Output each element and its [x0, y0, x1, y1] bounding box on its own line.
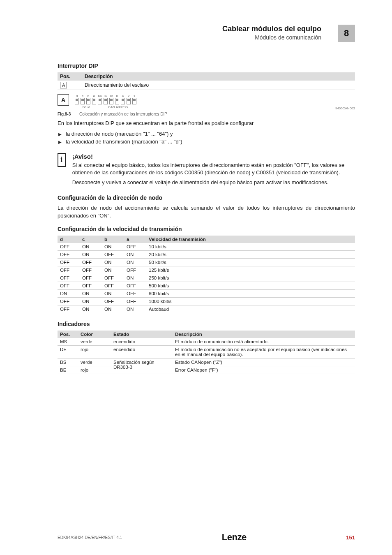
page-footer: EDK94ASH24 DE/EN/FR/ES/IT 4.1 Lenze 151 — [58, 532, 355, 543]
baud-row: OFFOFFOFFON250 kbit/s — [58, 274, 355, 282]
aviso-p1: Si al conectar el equipo básico, todos l… — [72, 162, 355, 176]
baud-row: OFFOFFONOFF125 kbit/s — [58, 266, 355, 274]
dip-switch-drawing: d c b a 64 32 16 8 4 2 1 Baud CAN Addres… — [75, 94, 138, 109]
ind-th: Estado — [111, 331, 173, 338]
baud-cell: OFF — [58, 259, 80, 266]
baud-th: a — [124, 236, 146, 243]
baud-cell: OFF — [124, 298, 146, 305]
baud-row: OFFONONOFF10 kbit/s — [58, 243, 355, 251]
baud-row: OFFOFFOFFOFF500 kbit/s — [58, 282, 355, 290]
baud-th: b — [102, 236, 124, 243]
ind-estado: encendido — [111, 346, 173, 358]
bullet-2: la velocidad de transmisión (marcación "… — [58, 139, 355, 145]
baud-cell: OFF — [80, 266, 102, 274]
ind-desc: Error CANopen ("F") — [173, 366, 355, 374]
dip-intro: En los interruptores DIP que se encuentr… — [58, 120, 355, 127]
baud-cell: ON — [102, 305, 124, 313]
ind-th: Color — [78, 331, 111, 338]
baud-cell: 800 kbit/s — [146, 290, 355, 298]
baud-cell: ON — [58, 290, 80, 298]
baud-cell: ON — [102, 259, 124, 266]
baud-cell: OFF — [124, 290, 146, 298]
th-desc: Descripción — [82, 72, 355, 81]
baud-cell: 50 kbit/s — [146, 259, 355, 266]
baud-cell: ON — [124, 259, 146, 266]
baud-cell: ON — [102, 290, 124, 298]
fig-text: Colocación y marcación de los interrupto… — [79, 112, 167, 116]
baud-row: OFFOFFONON50 kbit/s — [58, 259, 355, 266]
footer-doc-id: EDK94ASH24 DE/EN/FR/ES/IT 4.1 — [58, 535, 122, 540]
baud-cell: OFF — [80, 259, 102, 266]
ind-color: rojo — [78, 366, 111, 374]
td-desc: Direccionamiento del esclavo — [82, 81, 355, 90]
ind-desc: El módulo de comunicación está alimentad… — [173, 338, 355, 346]
baud-cell: OFF — [80, 282, 102, 290]
baud-cell: OFF — [102, 274, 124, 282]
figure-caption: Fig.8-3 Colocación y marcación de los in… — [58, 112, 355, 116]
chapter-number-badge: 8 — [338, 25, 355, 42]
baud-cell: OFF — [102, 282, 124, 290]
ind-th: Descripción — [173, 331, 355, 338]
ind-th: Pos. — [58, 331, 78, 338]
baud-cell: OFF — [124, 243, 146, 251]
header-text-block: Cablear módulos del equipo Módulos de co… — [222, 25, 321, 41]
baud-cell: 125 kbit/s — [146, 266, 355, 274]
dip-top-labels: d c b a 64 32 16 8 4 2 1 — [75, 94, 138, 98]
baud-cell: ON — [80, 290, 102, 298]
ind-color: verde — [78, 338, 111, 346]
baud-cell: OFF — [80, 274, 102, 282]
th-pos: Pos. — [58, 72, 82, 81]
ind-row: DErojoencendidoEl módulo de comunicación… — [58, 346, 355, 358]
baud-cell: Autobaud — [146, 305, 355, 313]
aviso-p2: Desconecte y vuelva a conectar el voltaj… — [72, 179, 355, 186]
dip-pos-table: Pos. Descripción A Direccionamiento del … — [58, 72, 355, 90]
dip-box-label: A — [58, 94, 69, 106]
baud-cell: OFF — [58, 274, 80, 282]
baud-cell: OFF — [124, 282, 146, 290]
baud-cell: OFF — [124, 266, 146, 274]
baud-cell: OFF — [58, 266, 80, 274]
ind-color: verde — [78, 358, 111, 366]
baud-cell: 250 kbit/s — [146, 274, 355, 282]
config-nodo-heading: Configuración de la dirección de nodo — [58, 194, 355, 201]
baud-cell: 20 kbit/s — [146, 251, 355, 259]
footer-logo: Lenze — [222, 532, 247, 543]
ind-color: rojo — [78, 346, 111, 358]
td-pos: A — [58, 81, 82, 90]
baud-cell: ON — [80, 243, 102, 251]
dip-bullets: la dirección de nodo (marcación "1" ... … — [58, 131, 355, 145]
baud-th: Velocidad de transmisión — [146, 236, 355, 243]
ind-pos: DE — [58, 346, 78, 358]
baud-cell: 10 kbit/s — [146, 243, 355, 251]
ind-row: MSverdeencendidoEl módulo de comunicació… — [58, 338, 355, 346]
baud-cell: ON — [102, 243, 124, 251]
baud-row: OFFONOFFOFF1000 kbit/s — [58, 298, 355, 305]
pos-letter: A — [60, 82, 67, 88]
baud-row: ONONONOFF800 kbit/s — [58, 290, 355, 298]
dip-bottom-labels: Baud CAN Address — [75, 105, 138, 109]
baud-th: d — [58, 236, 80, 243]
ind-pos: BE — [58, 366, 78, 374]
baud-cell: OFF — [102, 251, 124, 259]
baud-cell: ON — [80, 305, 102, 313]
fig-label: Fig.8-3 — [58, 112, 71, 116]
baud-cell: ON — [124, 274, 146, 282]
aviso-note: ¡Aviso! Si al conectar el equipo básico,… — [58, 153, 355, 189]
baud-cell: OFF — [102, 298, 124, 305]
page-header: Cablear módulos del equipo Módulos de co… — [58, 25, 355, 42]
baud-row: OFFONOFFON20 kbit/s — [58, 251, 355, 259]
ind-pos: BS — [58, 358, 78, 366]
footer-page-number: 151 — [346, 534, 355, 541]
baud-cell: 500 kbit/s — [146, 282, 355, 290]
indicadores-heading: Indicadores — [58, 321, 355, 327]
baud-cell: OFF — [58, 251, 80, 259]
baud-cell: 1000 kbit/s — [146, 298, 355, 305]
baud-cell: ON — [124, 251, 146, 259]
baud-table: dcbaVelocidad de transmisión OFFONONOFF1… — [58, 236, 355, 313]
ind-row: BErojoError CANopen ("F") — [58, 366, 355, 374]
baud-row: OFFONONONAutobaud — [58, 305, 355, 313]
ind-estado: encendido — [111, 338, 173, 346]
baud-cell: OFF — [58, 282, 80, 290]
dip-switch-row — [75, 98, 138, 104]
bullet-1: la dirección de nodo (marcación "1" ... … — [58, 131, 355, 137]
